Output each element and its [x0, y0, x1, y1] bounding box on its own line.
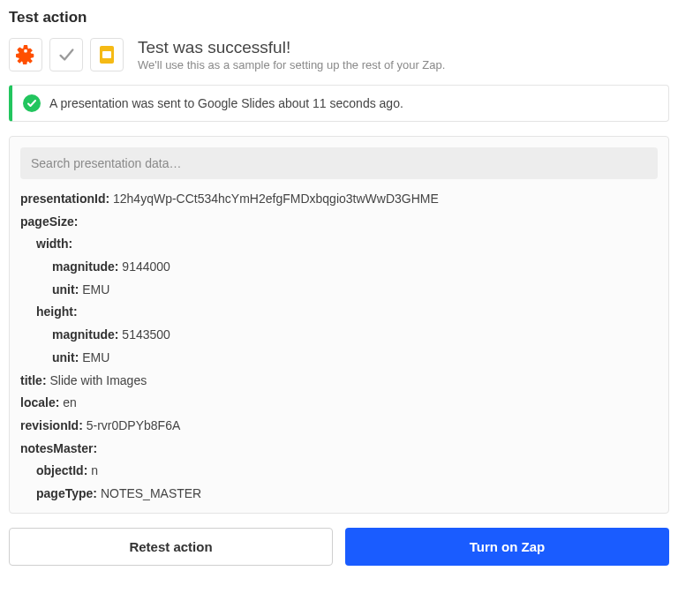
svg-rect-1 [102, 51, 111, 58]
val-revisionId: 5-rvr0DPYb8F6A [87, 418, 181, 432]
key-width-unit: unit: [52, 282, 79, 297]
page-title: Test action [9, 9, 669, 26]
val-objectId: n [91, 463, 98, 477]
status-subtext: We'll use this as a sample for setting u… [138, 58, 445, 72]
val-title: Slide with Images [49, 373, 147, 387]
search-input[interactable] [20, 147, 658, 179]
key-presentationId: presentationId: [20, 192, 109, 206]
key-height: height: [36, 304, 78, 319]
val-pageType: NOTES_MASTER [101, 486, 201, 500]
status-row: Test was successful! We'll use this as a… [9, 37, 669, 72]
key-pageSize: pageSize: [20, 214, 78, 229]
key-revisionId: revisionId: [20, 418, 83, 432]
key-notesMaster: notesMaster: [20, 441, 97, 455]
key-locale: locale: [20, 395, 59, 409]
val-locale: en [63, 395, 77, 409]
key-pageType: pageType: [36, 486, 97, 500]
key-title: title: [20, 373, 47, 387]
data-scroll-area[interactable]: presentationId: 12h4yqWp-CCt534hcYmH2efg… [20, 188, 658, 506]
check-arrow-icon [49, 38, 83, 71]
retest-button[interactable]: Retest action [9, 528, 333, 566]
check-icon [23, 94, 41, 112]
banner-text: A presentation was sent to Google Slides… [49, 96, 403, 110]
val-width-magnitude: 9144000 [122, 259, 170, 274]
key-objectId: objectId: [36, 463, 87, 477]
val-height-unit: EMU [82, 350, 109, 364]
google-slides-icon [90, 38, 124, 71]
key-height-unit: unit: [52, 350, 79, 364]
key-height-magnitude: magnitude: [52, 327, 118, 342]
status-heading: Test was successful! [138, 37, 445, 58]
turn-on-zap-button[interactable]: Turn on Zap [345, 528, 669, 566]
action-row: Retest action Turn on Zap [9, 528, 669, 566]
val-presentationId: 12h4yqWp-CCt534hcYmH2efgFMDxbqgio3twWwD3… [113, 192, 439, 206]
data-panel: presentationId: 12h4yqWp-CCt534hcYmH2efg… [9, 136, 669, 514]
zapier-icon [9, 38, 42, 71]
val-height-magnitude: 5143500 [122, 327, 170, 342]
success-banner: A presentation was sent to Google Slides… [9, 85, 669, 122]
val-width-unit: EMU [82, 282, 109, 297]
key-width: width: [36, 237, 72, 251]
key-width-magnitude: magnitude: [52, 259, 118, 274]
